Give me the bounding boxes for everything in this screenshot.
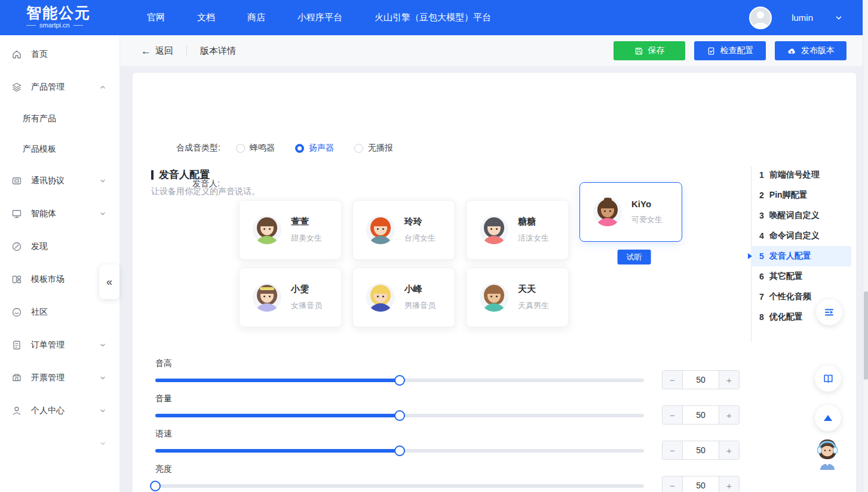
docs-fab-button[interactable] (815, 365, 841, 392)
back-to-top-button[interactable] (815, 405, 841, 431)
sidebar-item-community[interactable]: 社区 (0, 296, 119, 328)
step-label: 个性化音频 (769, 291, 811, 302)
stepper-value-input[interactable] (683, 441, 719, 459)
community-icon (11, 307, 22, 318)
page-scrollbar[interactable] (863, 0, 868, 492)
nav-link[interactable]: 官网 (147, 12, 165, 23)
config-step-1[interactable]: 1前端信号处理 (751, 165, 851, 185)
stepper-minus-button[interactable]: − (662, 441, 683, 459)
sidebar-collapse-button[interactable]: « (99, 265, 119, 299)
voice-name: 玲玲 (404, 216, 435, 227)
synth-option-2[interactable]: 无播报 (354, 143, 393, 153)
voice-card-2[interactable]: 玲玲台湾女生 (352, 200, 455, 260)
step-number: 3 (759, 211, 764, 220)
stepper-minus-button[interactable]: − (662, 406, 683, 424)
back-button[interactable]: ← 返回 (141, 45, 173, 57)
stepper-minus-button[interactable]: − (662, 371, 683, 389)
customer-service-avatar[interactable] (810, 435, 845, 470)
config-step-2[interactable]: 2Pin脚配置 (751, 185, 851, 205)
nav-link[interactable]: 小程序平台 (297, 12, 342, 23)
step-number: 7 (759, 292, 764, 302)
invoice-icon (11, 373, 22, 383)
voice-avatar (253, 216, 281, 244)
sidebar-item-invoice-management[interactable]: 开票管理 (0, 361, 119, 394)
check-doc-icon (707, 47, 716, 56)
stepper-value-input[interactable] (683, 371, 719, 389)
config-step-4[interactable]: 4命令词自定义 (751, 226, 851, 246)
sidebar-item-agent[interactable]: 智能体 (0, 197, 119, 230)
sidebar-item-discover[interactable]: 发现 (0, 230, 119, 263)
save-button[interactable]: 保存 (614, 41, 685, 60)
slider-row-2: 音量−+ (133, 393, 760, 427)
step-label: 其它配置 (769, 271, 803, 282)
scrollbar-thumb[interactable] (864, 291, 868, 380)
slider-handle[interactable] (150, 481, 161, 491)
voice-card-1[interactable]: 萱萱甜美女生 (239, 200, 342, 260)
chevron-down-icon (99, 210, 106, 217)
nav-link[interactable]: 火山引擎（豆包大模型）平台 (375, 12, 491, 23)
synth-option-0[interactable]: 蜂鸣器 (236, 143, 275, 153)
slider-track[interactable] (155, 449, 644, 453)
avatar-eyes (263, 296, 265, 297)
publish-button[interactable]: 发布版本 (775, 41, 846, 60)
voice-card-6[interactable]: 小峰男播音员 (352, 267, 455, 327)
config-step-3[interactable]: 3唤醒词自定义 (751, 205, 851, 226)
number-stepper: −+ (662, 476, 740, 492)
voice-card-7[interactable]: 天天天真男生 (466, 267, 569, 327)
voice-card-5[interactable]: 小雯女播音员 (239, 267, 342, 327)
user-avatar[interactable] (749, 7, 772, 29)
config-step-5[interactable]: 5发音人配置 (751, 246, 851, 266)
layers-icon (11, 82, 22, 93)
voice-cell: 萱萱甜美女生 (239, 200, 342, 260)
filter-fab-button[interactable] (816, 299, 842, 325)
stepper-plus-button[interactable]: + (719, 441, 739, 459)
step-number: 2 (759, 190, 764, 200)
voice-cell: 小雯女播音员 (239, 267, 342, 327)
voice-card-3[interactable]: 糖糖活泼女生 (466, 200, 569, 260)
voice-card-grid: 萱萱甜美女生玲玲台湾女生糖糖活泼女生KiYo可爱女生试听小雯女播音员小峰男播音员… (239, 200, 682, 327)
slider-label: 音量 (155, 393, 172, 404)
stepper-value-input[interactable] (683, 406, 719, 424)
sidebar-item-extra[interactable] (0, 427, 119, 460)
voice-name: 糖糖 (518, 216, 549, 227)
username[interactable]: lumin (792, 13, 813, 23)
slider-track[interactable] (155, 414, 644, 417)
stepper-plus-button[interactable]: + (719, 371, 739, 389)
logo-title: 智能公元 (26, 4, 104, 21)
sidebar-item-product-templates[interactable]: 产品模板 (0, 134, 119, 164)
voice-card-4[interactable]: KiYo可爱女生 (579, 182, 682, 242)
stepper-plus-button[interactable]: + (719, 406, 739, 424)
sidebar-item-all-products[interactable]: 所有产品 (0, 103, 119, 134)
check-config-button[interactable]: 检查配置 (694, 41, 766, 60)
page-title: 版本详情 (200, 45, 236, 57)
nav-link[interactable]: 文档 (197, 12, 215, 23)
config-step-6[interactable]: 6其它配置 (751, 266, 851, 287)
sidebar-item-order-management[interactable]: 订单管理 (0, 328, 119, 361)
sidebar-item-product-management[interactable]: 产品管理 (0, 70, 119, 103)
synth-option-1[interactable]: 扬声器 (295, 143, 334, 153)
sidebar-item-label: 个人中心 (31, 405, 65, 416)
slider-handle[interactable] (394, 375, 405, 386)
sidebar: 首页产品管理所有产品产品模板通讯协议智能体发现模板市场社区订单管理开票管理个人中… (0, 35, 119, 492)
slider-track[interactable] (155, 379, 644, 382)
slider-track[interactable] (155, 484, 644, 488)
slider-handle[interactable] (394, 410, 405, 421)
stepper-minus-button[interactable]: − (662, 476, 683, 492)
slider-handle[interactable] (394, 445, 405, 456)
sidebar-item-home[interactable]: 首页 (0, 38, 119, 70)
voices-label: 发音人: (192, 179, 220, 189)
avatar-eyes (490, 296, 492, 297)
sidebar-item-protocol[interactable]: 通讯协议 (0, 164, 119, 197)
stepper-value-input[interactable] (683, 476, 719, 492)
nav-link[interactable]: 商店 (247, 12, 265, 23)
chevron-down-icon[interactable] (835, 14, 843, 22)
audition-button[interactable]: 试听 (618, 250, 651, 265)
toolbar-left: ← 返回 版本详情 (141, 35, 236, 66)
voice-meta: KiYo可爱女生 (631, 199, 662, 225)
up-triangle-icon (824, 415, 832, 421)
sidebar-item-personal-center[interactable]: 个人中心 (0, 394, 119, 427)
logo[interactable]: 智能公元 smartpi.cn (26, 4, 104, 29)
back-arrow-icon: ← (141, 46, 151, 56)
stepper-plus-button[interactable]: + (719, 476, 739, 492)
avatar-shirt (255, 303, 279, 312)
